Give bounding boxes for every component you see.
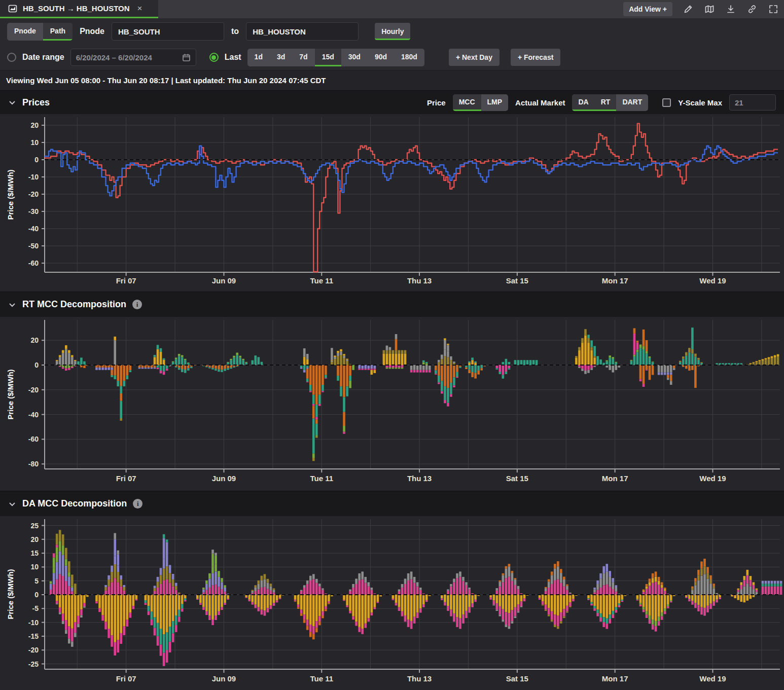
svg-text:Jun 09: Jun 09: [212, 276, 236, 285]
rt-mcc-bar-chart-svg[interactable]: 200-20-40-60-80Fri 07Jun 09Tue 11Thu 13S…: [0, 317, 784, 491]
last-range-group: 1d 3d 7d 15d 30d 90d 180d: [247, 49, 424, 66]
tab-title: HB_SOUTH → HB_HOUSTON: [23, 4, 130, 13]
expand-icon[interactable]: [768, 4, 779, 15]
tab-bar: HB_SOUTH → HB_HOUSTON × Add View +: [0, 0, 784, 18]
svg-text:10: 10: [30, 563, 39, 571]
svg-text:Fri 07: Fri 07: [116, 674, 136, 683]
last-radio[interactable]: [209, 53, 219, 62]
svg-text:Thu 13: Thu 13: [407, 474, 432, 483]
last-option-180d[interactable]: 180d: [394, 49, 424, 66]
toggle-option-pnode[interactable]: Pnode: [7, 23, 43, 41]
pencil-icon[interactable]: [683, 4, 694, 15]
last-option-90d[interactable]: 90d: [368, 49, 394, 66]
svg-text:-5: -5: [32, 604, 39, 612]
granularity-button[interactable]: Hourly: [375, 23, 410, 40]
svg-text:-25: -25: [28, 660, 39, 668]
last-option-30d[interactable]: 30d: [341, 49, 368, 66]
svg-text:Mon 17: Mon 17: [602, 474, 628, 483]
svg-text:-40: -40: [28, 411, 39, 419]
market-option-dart[interactable]: DART: [616, 94, 648, 111]
download-icon[interactable]: [725, 4, 736, 15]
svg-text:Tue 11: Tue 11: [310, 276, 333, 285]
forecast-button[interactable]: + Forecast: [511, 49, 560, 66]
last-label: Last: [225, 53, 241, 62]
path-controls-row: Pnode Path Pnode to Hourly: [0, 18, 784, 45]
da-mcc-bar-chart-svg[interactable]: 2520151050-5-10-15-20-25Fri 07Jun 09Tue …: [0, 516, 784, 690]
svg-text:-20: -20: [28, 386, 39, 394]
svg-text:Wed 19: Wed 19: [699, 276, 726, 285]
svg-text:Jun 09: Jun 09: [212, 674, 236, 683]
svg-text:-50: -50: [28, 242, 39, 250]
svg-text:Thu 13: Thu 13: [407, 674, 432, 683]
pnode-label: Pnode: [80, 27, 104, 36]
svg-text:Price ($/MWh): Price ($/MWh): [6, 569, 15, 619]
da-mcc-section-title: DA MCC Decomposition: [22, 498, 127, 509]
link-icon[interactable]: [746, 4, 758, 15]
svg-text:Mon 17: Mon 17: [602, 674, 628, 683]
info-icon[interactable]: i: [133, 499, 142, 509]
last-option-3d[interactable]: 3d: [270, 49, 292, 66]
svg-text:0: 0: [34, 156, 39, 164]
svg-text:Sat 15: Sat 15: [506, 276, 528, 285]
date-controls-row: Date range 6/20/2024 – 6/20/2024 Last 1d…: [0, 45, 784, 70]
price-option-lmp[interactable]: LMP: [481, 94, 509, 111]
svg-text:25: 25: [30, 522, 39, 530]
y-scale-max-input[interactable]: [729, 94, 776, 111]
next-day-button[interactable]: + Next Day: [449, 49, 500, 66]
svg-text:0: 0: [34, 591, 39, 599]
svg-text:20: 20: [30, 336, 39, 344]
svg-text:-10: -10: [28, 619, 39, 627]
svg-text:Tue 11: Tue 11: [310, 674, 333, 683]
date-range-input[interactable]: 6/20/2024 – 6/20/2024: [70, 49, 196, 66]
prices-chart: 20100-10-20-30-40-50-60Fri 07Jun 09Tue 1…: [0, 114, 784, 292]
date-range-label: Date range: [22, 53, 64, 62]
collapse-chevron-icon[interactable]: [8, 301, 16, 309]
last-option-15d[interactable]: 15d: [315, 49, 341, 66]
svg-text:Fri 07: Fri 07: [116, 276, 136, 285]
date-range-radio[interactable]: [7, 53, 16, 62]
chart-tab-icon: [7, 3, 18, 14]
svg-text:Price ($/MWh): Price ($/MWh): [6, 369, 15, 419]
svg-text:-10: -10: [28, 173, 39, 181]
pnode-path-toggle: Pnode Path: [7, 23, 73, 41]
svg-text:Wed 19: Wed 19: [699, 674, 726, 683]
rt-mcc-chart: 200-20-40-60-80Fri 07Jun 09Tue 11Thu 13S…: [0, 317, 784, 491]
market-option-da[interactable]: DA: [572, 94, 594, 111]
price-option-mcc[interactable]: MCC: [453, 94, 481, 111]
info-icon[interactable]: i: [132, 300, 142, 309]
to-label: to: [231, 27, 239, 36]
last-option-7d[interactable]: 7d: [292, 49, 314, 66]
calendar-icon: [182, 53, 191, 62]
toggle-option-path[interactable]: Path: [43, 23, 73, 41]
svg-text:-60: -60: [28, 435, 39, 443]
svg-text:-20: -20: [28, 190, 39, 198]
svg-text:Thu 13: Thu 13: [407, 276, 432, 285]
rt-mcc-section-title: RT MCC Decomposition: [22, 299, 126, 310]
y-scale-max-checkbox[interactable]: [662, 98, 671, 107]
add-view-button[interactable]: Add View +: [623, 2, 672, 16]
svg-text:-40: -40: [28, 225, 39, 233]
prices-line-chart-svg[interactable]: 20100-10-20-30-40-50-60Fri 07Jun 09Tue 1…: [0, 114, 784, 292]
da-mcc-section-header: DA MCC Decomposition i: [0, 491, 784, 516]
svg-text:Jun 09: Jun 09: [212, 474, 236, 483]
last-option-1d[interactable]: 1d: [247, 49, 270, 66]
collapse-chevron-icon[interactable]: [8, 98, 16, 106]
collapse-chevron-icon[interactable]: [8, 500, 16, 508]
svg-text:15: 15: [30, 549, 39, 557]
market-option-rt[interactable]: RT: [595, 94, 617, 111]
close-icon[interactable]: ×: [137, 4, 142, 14]
svg-text:Mon 17: Mon 17: [602, 276, 628, 285]
tab-hb-south-hb-houston[interactable]: HB_SOUTH → HB_HOUSTON ×: [0, 0, 158, 18]
svg-text:-80: -80: [28, 460, 39, 468]
rt-mcc-section-header: RT MCC Decomposition i: [0, 292, 784, 317]
map-icon[interactable]: [704, 4, 715, 15]
svg-text:Tue 11: Tue 11: [310, 474, 333, 483]
svg-text:10: 10: [30, 138, 39, 147]
svg-text:-20: -20: [28, 646, 39, 654]
date-range-value: 6/20/2024 – 6/20/2024: [76, 53, 152, 62]
market-toggle: DA RT DART: [572, 94, 648, 111]
da-mcc-chart: 2520151050-5-10-15-20-25Fri 07Jun 09Tue …: [0, 516, 784, 690]
pnode-from-input[interactable]: [112, 22, 224, 41]
svg-text:5: 5: [34, 577, 39, 585]
pnode-to-input[interactable]: [246, 22, 359, 41]
